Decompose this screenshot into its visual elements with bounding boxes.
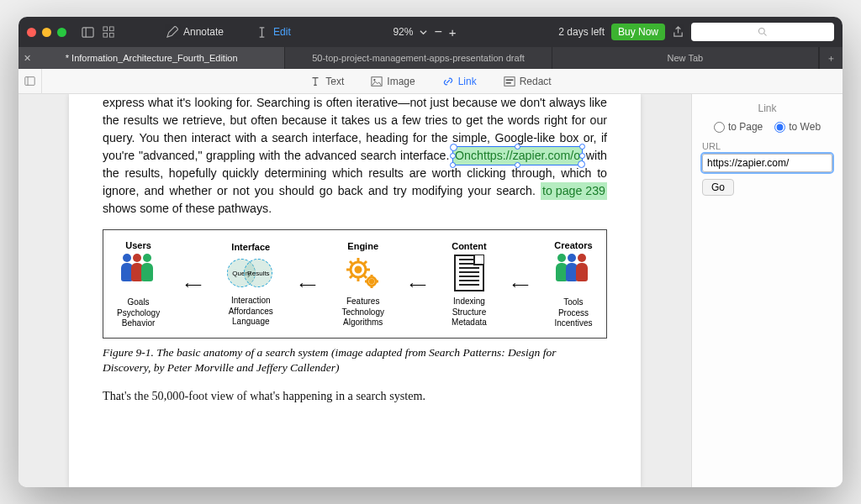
text-tool-label: Text bbox=[325, 76, 344, 87]
zoom-in-button[interactable]: + bbox=[449, 25, 457, 39]
figure-col-sub: Indexing Structure Metadata bbox=[452, 297, 487, 328]
body-paragraph: express what it's looking for. Searching… bbox=[103, 94, 607, 218]
figure-col-sub: Goals Psychology Behavior bbox=[117, 297, 160, 329]
url-field-label: URL bbox=[702, 141, 832, 151]
image-tool-label: Image bbox=[387, 76, 415, 87]
url-input[interactable] bbox=[702, 154, 832, 172]
search-icon bbox=[758, 27, 768, 37]
sidebar-toggle-icon[interactable] bbox=[82, 26, 94, 39]
content-area: express what it's looking for. Searching… bbox=[18, 94, 843, 487]
zoom-window-button[interactable] bbox=[57, 28, 66, 37]
figure-caption: Figure 9-1. The basic anatomy of a searc… bbox=[103, 345, 607, 375]
window-controls bbox=[27, 28, 66, 37]
redact-tool-icon bbox=[504, 76, 515, 87]
document-tab[interactable]: New Tab bbox=[552, 47, 819, 69]
annotate-label: Annotate bbox=[183, 26, 224, 38]
close-window-button[interactable] bbox=[27, 28, 36, 37]
share-icon[interactable] bbox=[672, 26, 684, 39]
figure-col-head: Creators bbox=[554, 240, 592, 250]
chevron-down-icon[interactable] bbox=[420, 29, 427, 36]
new-tab-button[interactable]: ＋ bbox=[819, 47, 843, 69]
tab-bar: ✕ * Information_Architecture_Fourth_Edit… bbox=[18, 47, 843, 69]
tab-label: 50-top-project-management-apps-presentat… bbox=[312, 53, 525, 63]
tab-label: New Tab bbox=[668, 53, 704, 63]
figure-col-head: Users bbox=[125, 240, 151, 250]
link-tool-icon bbox=[442, 76, 454, 87]
image-tool-button[interactable]: Image bbox=[371, 76, 415, 87]
tab-label: * Information_Architecture_Fourth_Editio… bbox=[66, 53, 238, 63]
figure-column-content: Content Indexing Structure Metadata bbox=[452, 241, 487, 328]
edit-toolbar: Text Image Link Redact bbox=[18, 69, 843, 94]
link-annotation-label: Onchttps://zapier.com/o bbox=[455, 149, 580, 162]
close-tab-icon[interactable]: ✕ bbox=[24, 53, 31, 64]
arrow-icon: ⟵ bbox=[512, 278, 529, 291]
document-viewport[interactable]: express what it's looking for. Searching… bbox=[18, 94, 691, 487]
annotate-mode-button[interactable]: Annotate bbox=[166, 26, 224, 39]
minimize-window-button[interactable] bbox=[42, 28, 51, 37]
radio-label: to Web bbox=[789, 121, 821, 133]
svg-line-7 bbox=[764, 34, 767, 36]
zoom-out-button[interactable]: − bbox=[434, 24, 441, 39]
svg-rect-2 bbox=[103, 26, 108, 30]
panel-toggle-button[interactable] bbox=[18, 69, 42, 94]
people-icon bbox=[119, 254, 158, 292]
redact-tool-button[interactable]: Redact bbox=[504, 76, 552, 87]
figure-col-head: Engine bbox=[347, 241, 378, 251]
arrow-icon: ⟵ bbox=[409, 278, 426, 291]
people-icon bbox=[554, 254, 593, 292]
to-web-radio[interactable]: to Web bbox=[774, 121, 821, 133]
body-paragraph: That's the 50,000-foot view of what's ha… bbox=[103, 387, 607, 405]
svg-rect-5 bbox=[109, 33, 114, 37]
redact-tool-label: Redact bbox=[520, 76, 552, 87]
document-tab[interactable]: 50-top-project-management-apps-presentat… bbox=[285, 47, 552, 69]
venn-label: Results bbox=[244, 259, 272, 287]
svg-rect-14 bbox=[505, 81, 510, 83]
link-annotation-label: to page 239 bbox=[542, 184, 605, 197]
thumbnails-icon[interactable] bbox=[103, 26, 115, 39]
link-target-radio-group: to Page to Web bbox=[702, 121, 832, 133]
panel-icon bbox=[24, 76, 35, 87]
edit-label: Edit bbox=[273, 26, 291, 38]
figure-col-head: Interface bbox=[231, 242, 270, 252]
go-button[interactable]: Go bbox=[702, 179, 734, 196]
document-tab[interactable]: ✕ * Information_Architecture_Fourth_Edit… bbox=[18, 47, 285, 69]
pdf-page: express what it's looking for. Searching… bbox=[69, 94, 641, 487]
link-tool-label: Link bbox=[458, 76, 477, 87]
figure-column-interface: Interface Query Results Interaction Affo… bbox=[227, 242, 274, 328]
venn-icon: Query Results bbox=[227, 255, 274, 291]
edit-mode-button[interactable]: Edit bbox=[256, 26, 291, 39]
trial-days-left: 2 days left bbox=[558, 26, 605, 38]
link-annotation[interactable]: to page 239 bbox=[541, 182, 607, 200]
text-tool-button[interactable]: Text bbox=[309, 76, 344, 87]
arrow-icon: ⟵ bbox=[299, 278, 316, 291]
titlebar: Annotate Edit 92% − + 2 days left Buy No… bbox=[18, 17, 843, 47]
to-web-radio-input[interactable] bbox=[774, 122, 785, 133]
svg-point-11 bbox=[374, 79, 376, 81]
buy-now-button[interactable]: Buy Now bbox=[611, 24, 665, 40]
svg-rect-12 bbox=[504, 76, 515, 86]
svg-point-18 bbox=[370, 280, 372, 282]
figure-col-sub: Features Technology Algorithms bbox=[341, 297, 384, 328]
figure-column-engine: Engine Features Technology Algorithms bbox=[341, 241, 384, 328]
to-page-radio-input[interactable] bbox=[714, 122, 725, 133]
zoom-value[interactable]: 92% bbox=[393, 26, 413, 38]
figure-col-sub: Tools Process Incentives bbox=[554, 297, 592, 329]
figure-col-sub: Interaction Affordances Language bbox=[229, 296, 273, 328]
arrow-icon: ⟵ bbox=[185, 278, 202, 291]
link-inspector-panel: Link to Page to Web URL Go bbox=[691, 94, 843, 487]
svg-point-6 bbox=[759, 29, 765, 34]
image-tool-icon bbox=[371, 76, 383, 87]
figure-column-users: Users Goals Psychology Behavior bbox=[117, 240, 160, 329]
link-tool-button[interactable]: Link bbox=[442, 76, 477, 87]
figure-col-head: Content bbox=[452, 241, 487, 251]
zoom-controls: 92% − + bbox=[393, 24, 456, 39]
svg-rect-13 bbox=[505, 79, 513, 81]
paragraph-text: shows some of these pathways. bbox=[103, 202, 272, 215]
search-input[interactable] bbox=[691, 23, 834, 41]
figure: Users Goals Psychology Behavior ⟵ Interf bbox=[103, 229, 607, 339]
to-page-radio[interactable]: to Page bbox=[714, 121, 763, 133]
app-window: Annotate Edit 92% − + 2 days left Buy No… bbox=[18, 17, 843, 487]
pen-icon bbox=[166, 26, 178, 39]
link-annotation-selected[interactable]: Onchttps://zapier.com/o bbox=[453, 147, 582, 165]
svg-point-16 bbox=[356, 267, 361, 272]
